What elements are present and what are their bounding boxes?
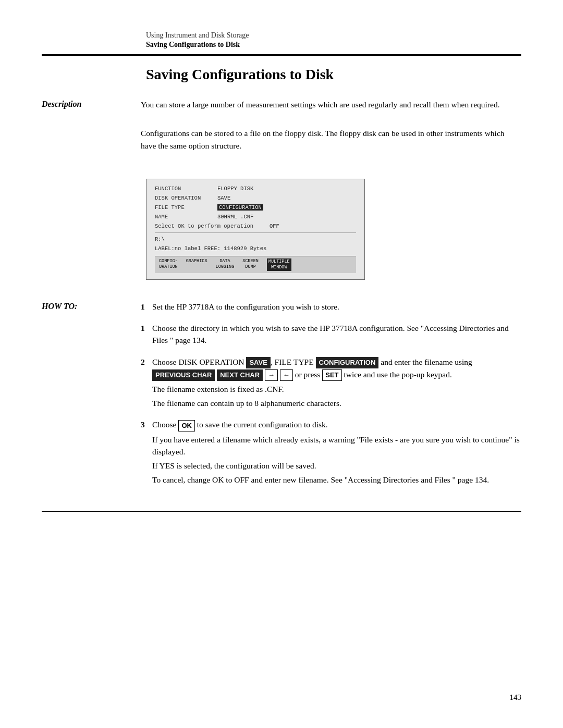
name-value: 30HRML .CNF xyxy=(217,214,253,220)
screen-divider xyxy=(155,232,356,233)
status-item-multiple: MULTIPLEWINDOW xyxy=(267,258,291,271)
screen-row-name: NAME 30HRML .CNF xyxy=(155,214,356,220)
description-content2: Configurations can be stored to a file o… xyxy=(141,127,521,158)
howto-label: HOW TO: xyxy=(42,301,141,496)
diskop-label: DISK OPERATION xyxy=(155,195,217,201)
function-label: FUNCTION xyxy=(155,186,217,192)
howto-para-2c: The filename can contain up to 8 alphanu… xyxy=(152,397,521,409)
status-item-config: CONFIG-URATION xyxy=(159,258,178,271)
howto-para-1a: Set the HP 37718A to the configuration y… xyxy=(152,301,521,313)
howto-num-1a: 1 xyxy=(141,301,152,315)
save-button-label: SAVE xyxy=(246,357,270,368)
howto-para-3c: If YES is selected, the configuration wi… xyxy=(152,460,521,472)
left-arrow-button: ← xyxy=(280,369,293,381)
filetype-value: CONFIGURATION xyxy=(217,204,263,211)
howto-section: HOW TO: 1 Set the HP 37718A to the confi… xyxy=(42,301,521,496)
howto-text-1b: Choose the directory in which you wish t… xyxy=(152,322,521,349)
select-label: Select OK to perform operation xyxy=(155,223,270,229)
diskop-value: SAVE xyxy=(217,195,230,201)
description-para1: You can store a large number of measurem… xyxy=(141,98,521,110)
set-button: SET xyxy=(322,369,341,381)
howto-content: 1 Set the HP 37718A to the configuration… xyxy=(141,301,521,496)
description-label: Description xyxy=(42,98,141,117)
howto-num-2: 2 xyxy=(141,356,152,412)
howto-text-3: Choose OK to save the current configurat… xyxy=(152,418,521,488)
description-spacer xyxy=(42,127,141,158)
breadcrumb: Using Instrument and Disk Storage Saving… xyxy=(146,31,521,49)
status-item-graphics: GRAPHICS xyxy=(186,258,207,271)
status-item-data: DATALOGGING xyxy=(216,258,235,271)
page: Using Instrument and Disk Storage Saving… xyxy=(0,0,563,728)
ok-button: OK xyxy=(178,420,195,431)
prev-char-button: PREVIOUS CHAR xyxy=(152,369,215,381)
howto-para-3d: To cancel, change OK to OFF and enter ne… xyxy=(152,474,521,486)
screen-container: FUNCTION FLOPPY DISK DISK OPERATION SAVE… xyxy=(146,179,365,280)
screen-row-driveinfo: LABEL:no label FREE: 1148929 Bytes xyxy=(155,245,356,252)
howto-num-3: 3 xyxy=(141,418,152,488)
breadcrumb-bold: Saving Configurations to Disk xyxy=(146,41,521,49)
howto-item-3: 3 Choose OK to save the current configur… xyxy=(141,418,521,488)
right-arrow-button: → xyxy=(265,369,278,381)
screen-status-bar: CONFIG-URATION GRAPHICS DATALOGGING SCRE… xyxy=(155,256,356,273)
page-number: 143 xyxy=(510,693,522,702)
howto-text-1a: Set the HP 37718A to the configuration y… xyxy=(152,301,521,315)
function-value: FLOPPY DISK xyxy=(217,186,253,192)
name-label: NAME xyxy=(155,214,217,220)
filetype-label: FILE TYPE xyxy=(155,204,217,211)
screen-row-diskop: DISK OPERATION SAVE xyxy=(155,195,356,201)
select-value: OFF xyxy=(270,223,279,229)
howto-para-3a: Choose OK to save the current configurat… xyxy=(152,418,521,431)
howto-para-3b: If you have entered a filename which alr… xyxy=(152,434,521,458)
howto-item-1b: 1 Choose the directory in which you wish… xyxy=(141,322,521,349)
howto-para-2b: The filename extension is fixed as .CNF. xyxy=(152,383,521,395)
status-item-screen: SCREENDUMP xyxy=(242,258,259,271)
screen-row-select: Select OK to perform operation OFF xyxy=(155,223,356,229)
description-para2: Configurations can be stored to a file o… xyxy=(141,127,521,152)
howto-para-1b: Choose the directory in which you wish t… xyxy=(152,322,521,347)
screen-row-function: FUNCTION FLOPPY DISK xyxy=(155,186,356,192)
breadcrumb-top: Using Instrument and Disk Storage xyxy=(146,31,521,40)
bottom-rule xyxy=(42,511,521,512)
configuration-button-label: CONFIGURATION xyxy=(316,357,379,368)
drive-label: R:\ xyxy=(155,236,165,242)
screen-image: FUNCTION FLOPPY DISK DISK OPERATION SAVE… xyxy=(146,179,365,280)
description-content: You can store a large number of measurem… xyxy=(141,98,521,117)
howto-text-2: Choose DISK OPERATION SAVE, FILE TYPE CO… xyxy=(152,356,521,412)
howto-num-1b: 1 xyxy=(141,322,152,349)
next-char-button: NEXT CHAR xyxy=(217,369,263,381)
description-section2: Configurations can be stored to a file o… xyxy=(42,127,521,158)
howto-item-2: 2 Choose DISK OPERATION SAVE, FILE TYPE … xyxy=(141,356,521,412)
howto-para-2a: Choose DISK OPERATION SAVE, FILE TYPE CO… xyxy=(152,356,521,381)
screen-row-drive: R:\ xyxy=(155,236,356,242)
howto-item-1a: 1 Set the HP 37718A to the configuration… xyxy=(141,301,521,315)
drive-info: LABEL:no label FREE: 1148929 Bytes xyxy=(155,245,266,252)
top-rule xyxy=(42,54,521,56)
screen-row-filetype: FILE TYPE CONFIGURATION xyxy=(155,204,356,211)
description-section: Description You can store a large number… xyxy=(42,98,521,117)
page-title: Saving Configurations to Disk xyxy=(146,66,521,83)
